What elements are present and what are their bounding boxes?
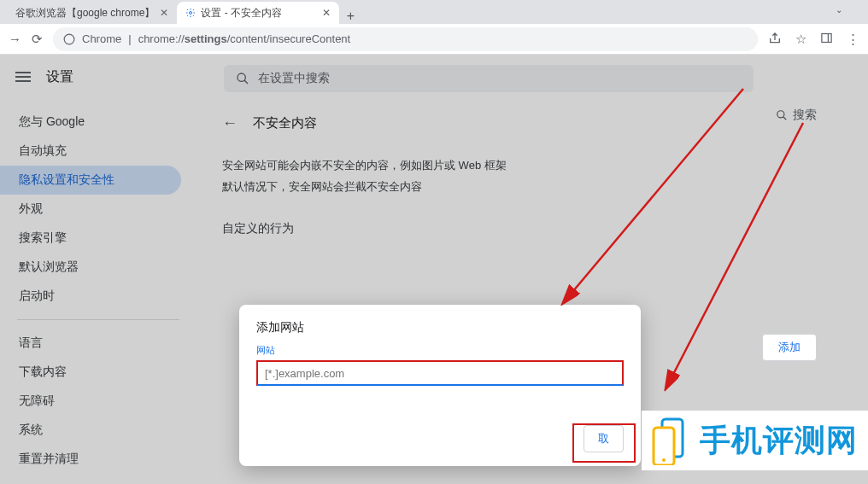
- new-tab-button[interactable]: +: [339, 9, 361, 24]
- svg-rect-2: [822, 33, 831, 42]
- svg-point-0: [190, 12, 192, 15]
- watermark-logo: 手机评测网: [642, 411, 868, 470]
- cancel-button[interactable]: 取: [584, 425, 624, 452]
- close-icon[interactable]: ✕: [322, 7, 331, 19]
- svg-point-13: [662, 458, 666, 462]
- reload-icon[interactable]: ⟳: [32, 32, 43, 47]
- browser-tab-strip: 谷歌浏览器【google chrome】 ✕ 设置 - 不安全内容 ✕ + ⌄: [0, 0, 868, 24]
- annotation-arrow-2: [598, 114, 854, 405]
- chrome-info-icon: [63, 33, 75, 45]
- browser-toolbar: → ⟳ Chrome | chrome://settings/content/i…: [0, 24, 868, 55]
- panel-icon[interactable]: [820, 32, 833, 44]
- address-path: chrome://settings/content/insecureConten…: [138, 32, 351, 45]
- back-icon[interactable]: →: [9, 32, 21, 46]
- browser-tab[interactable]: 谷歌浏览器【google chrome】 ✕: [7, 2, 177, 24]
- tab-title: 谷歌浏览器【google chrome】: [15, 6, 155, 20]
- field-label: 网站: [256, 344, 624, 357]
- tab-overflow-icon[interactable]: ⌄: [836, 5, 842, 15]
- browser-tab-active[interactable]: 设置 - 不安全内容 ✕: [177, 2, 339, 24]
- address-bar[interactable]: Chrome | chrome://settings/content/insec…: [53, 27, 758, 51]
- share-icon[interactable]: [768, 32, 782, 45]
- gear-icon: [185, 8, 196, 18]
- star-icon[interactable]: ☆: [795, 32, 806, 47]
- svg-point-1: [64, 34, 74, 44]
- close-icon[interactable]: ✕: [160, 7, 168, 19]
- menu-icon[interactable]: ⋮: [847, 32, 859, 47]
- tab-title: 设置 - 不安全内容: [201, 6, 282, 20]
- address-origin: Chrome: [82, 32, 121, 45]
- watermark-text: 手机评测网: [700, 420, 858, 462]
- svg-line-9: [666, 123, 803, 388]
- phone-icon: [648, 416, 691, 465]
- toolbar-actions: ☆ ⋮: [768, 32, 859, 47]
- site-url-input[interactable]: [256, 360, 624, 386]
